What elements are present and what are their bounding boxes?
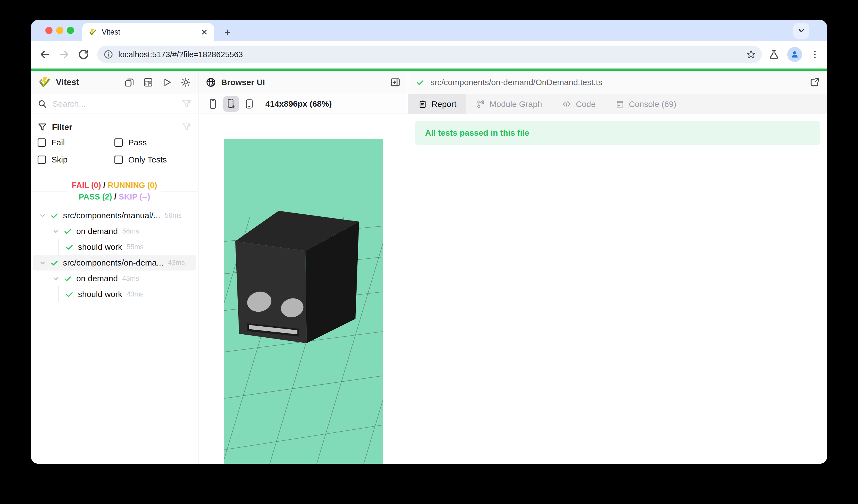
viewport-size-label: 414x896px (68%) [265, 99, 332, 109]
search-icon [37, 99, 47, 109]
chevron-down-icon [797, 27, 806, 35]
filter-checkbox-skip[interactable]: Skip [37, 155, 114, 164]
profile-avatar[interactable] [787, 47, 802, 62]
test-progress-bar [31, 68, 827, 71]
close-window-button[interactable] [45, 27, 52, 34]
search-input[interactable] [52, 99, 182, 109]
pass-check-icon [63, 274, 73, 283]
tab-report[interactable]: Report [408, 94, 466, 114]
address-bar[interactable]: localhost:5173/#/?file=1828625563 [97, 46, 762, 63]
viewport-preset-tablet-button[interactable] [242, 96, 257, 112]
tree-file-row[interactable]: src/components/manual/... 56ms [33, 208, 196, 223]
zoom-window-button[interactable] [67, 27, 74, 34]
test-tree: src/components/manual/... 56ms on demand… [31, 208, 198, 302]
fail-count: FAIL (0) [72, 181, 101, 190]
filter-title: Filter [52, 123, 182, 132]
tree-file-row-selected[interactable]: src/components/on-dema... 43ms [33, 255, 196, 271]
running-count: RUNNING (0) [108, 181, 157, 190]
viewport-preset-large-button[interactable] [223, 96, 239, 112]
chevron-down-icon[interactable] [38, 258, 47, 267]
bookmark-star-icon[interactable] [746, 49, 756, 60]
device-toolbar: 414x896px (68%) [198, 94, 408, 114]
tab-title: Vitest [102, 28, 201, 36]
tab-console[interactable]: Console (69) [606, 94, 686, 114]
kebab-menu-icon[interactable] [810, 49, 820, 60]
report-tab-bar: Report Module Graph Co [408, 94, 827, 114]
tree-suite-row[interactable]: on demand 43ms [33, 271, 196, 286]
pass-check-icon [65, 242, 74, 252]
tab-strip: Vitest ✕ + [31, 20, 827, 41]
browser-window: Vitest ✕ + localhost:5173/#/?file=182862… [31, 20, 827, 464]
globe-icon [206, 77, 216, 87]
console-icon [616, 100, 624, 109]
new-tab-button[interactable]: + [221, 26, 234, 39]
experiments-flask-icon[interactable] [768, 49, 779, 60]
theme-toggle-sun-icon[interactable] [181, 77, 191, 87]
browser-tab[interactable]: Vitest ✕ [82, 23, 214, 41]
tree-test-row[interactable]: should work 43ms [33, 286, 196, 302]
external-link-icon [809, 77, 820, 87]
reload-button[interactable] [77, 48, 90, 61]
robot-cube-scene [224, 139, 383, 464]
chevron-down-icon[interactable] [51, 274, 60, 283]
checkbox[interactable] [37, 156, 46, 164]
skip-count: SKIP (--) [118, 192, 150, 201]
checkbox[interactable] [114, 139, 123, 147]
dock-panel-button[interactable] [390, 77, 400, 87]
tree-test-row[interactable]: should work 55ms [33, 239, 196, 255]
rerun-all-button[interactable] [162, 77, 172, 87]
toolbar-actions [768, 47, 820, 62]
module-graph-icon [476, 100, 485, 109]
report-clipboard-icon [418, 100, 427, 109]
pass-check-icon [63, 227, 73, 236]
site-info-icon[interactable] [104, 49, 113, 60]
app-title: Vitest [56, 77, 124, 87]
filter-checkbox-fail[interactable]: Fail [37, 138, 114, 147]
sidebar-header: Vitest [31, 71, 198, 94]
desktop: Vitest ✕ + localhost:5173/#/?file=182862… [0, 0, 858, 504]
clear-filter-icon[interactable] [182, 123, 191, 132]
checkbox[interactable] [114, 156, 123, 164]
dashboard-button[interactable] [143, 77, 153, 87]
filter-checkbox-only-tests[interactable]: Only Tests [114, 155, 191, 164]
filter-panel: Filter Fail Pass [31, 114, 198, 173]
tab-code[interactable]: Code [552, 94, 606, 114]
tree-suite-row[interactable]: on demand 56ms [33, 223, 196, 239]
viewport-preset-small-button[interactable] [205, 96, 221, 112]
minimize-window-button[interactable] [56, 27, 63, 34]
close-tab-icon[interactable]: ✕ [201, 27, 208, 37]
back-button[interactable] [38, 48, 51, 61]
pass-check-icon [50, 211, 59, 220]
tab-search-button[interactable] [793, 23, 809, 39]
checkbox[interactable] [37, 139, 46, 147]
file-report-panel: src/components/on-demand/OnDemand.test.t… [408, 71, 827, 464]
open-in-editor-button[interactable] [809, 77, 820, 87]
all-passed-banner: All tests passed in this file [415, 121, 820, 145]
tree-guide [58, 239, 59, 255]
report-content: All tests passed in this file [408, 114, 827, 464]
preview-stage [198, 114, 408, 464]
filter-checkbox-pass[interactable]: Pass [114, 138, 191, 147]
tab-module-graph[interactable]: Module Graph [466, 94, 552, 114]
url-text[interactable]: localhost:5173/#/?file=1828625563 [118, 50, 746, 59]
browser-toolbar: localhost:5173/#/?file=1828625563 [31, 41, 827, 68]
tree-guide [58, 286, 59, 302]
tested-app-viewport[interactable] [224, 139, 383, 464]
browser-ui-panel: Browser UI 414x896px (68%) [198, 71, 408, 464]
robot-cube [235, 211, 359, 343]
file-header: src/components/on-demand/OnDemand.test.t… [408, 71, 827, 94]
clear-search-filter-icon[interactable] [182, 99, 191, 109]
pass-check-icon [415, 78, 425, 87]
funnel-icon [37, 123, 47, 132]
vitest-logo-icon [38, 76, 51, 89]
chevron-down-icon[interactable] [51, 227, 60, 236]
tree-guide [45, 286, 45, 302]
pass-check-icon [50, 258, 59, 267]
tree-guide [45, 223, 45, 239]
browser-ui-header: Browser UI [198, 71, 408, 94]
collapse-tests-button[interactable] [124, 77, 134, 87]
code-icon [562, 100, 571, 109]
forward-button[interactable] [58, 48, 71, 61]
chevron-down-icon[interactable] [38, 211, 47, 220]
traffic-lights [45, 27, 74, 34]
